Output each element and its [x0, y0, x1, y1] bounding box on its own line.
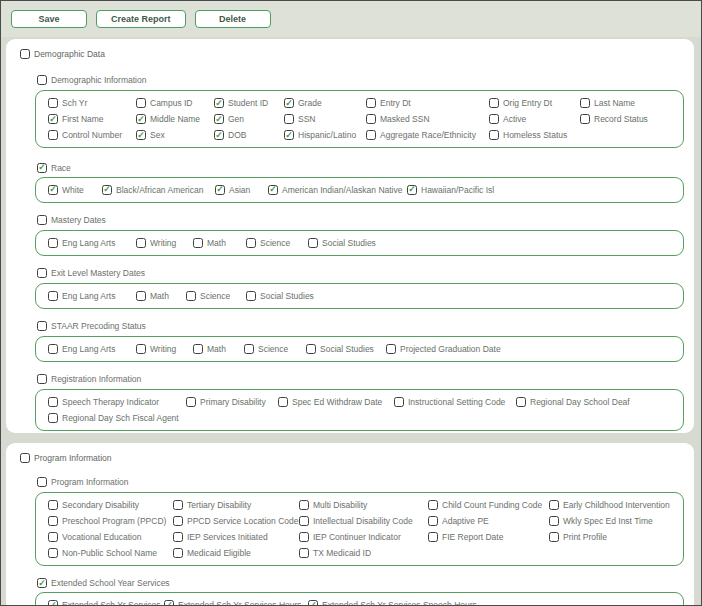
checkbox-masked-ssn[interactable] — [366, 114, 376, 124]
checkbox-science[interactable] — [186, 291, 196, 301]
checkbox-eng-lang-arts[interactable] — [48, 238, 58, 248]
checkbox-label-speech-therapy-indicator: Speech Therapy Indicator — [62, 397, 159, 407]
checkbox-label-black-african-american: Black/African American — [116, 185, 203, 195]
checkbox-non-public-school-name[interactable] — [48, 548, 58, 558]
checkbox-label-iep-services-initiated: IEP Services Initiated — [187, 532, 268, 542]
checkbox-dob[interactable]: ✓ — [214, 130, 224, 140]
checkbox-last-name[interactable] — [580, 98, 590, 108]
checkbox-eng-lang-arts[interactable] — [48, 344, 58, 354]
checkbox-item-race: ✓Race — [37, 160, 71, 176]
checkbox-campus-id[interactable] — [136, 98, 146, 108]
group-race: ✓Race✓White✓Black/African American✓Asian… — [20, 156, 686, 203]
fieldset-demographic-information: Sch YrCampus ID✓Student ID✓GradeEntry Dt… — [35, 90, 684, 148]
checkbox-multi-disability[interactable] — [299, 500, 309, 510]
checkbox-item-instructional-setting-code: Instructional Setting Code — [394, 394, 516, 410]
checkbox-writing[interactable] — [136, 238, 146, 248]
checkbox-orig-entry-dt[interactable] — [489, 98, 499, 108]
checkbox-control-number[interactable] — [48, 130, 58, 140]
checkbox-print-profile[interactable] — [549, 532, 559, 542]
checkbox-vocational-education[interactable] — [48, 532, 58, 542]
checkbox-math[interactable] — [193, 238, 203, 248]
checkbox-ssn[interactable] — [284, 114, 294, 124]
checkbox-speech-therapy-indicator[interactable] — [48, 397, 58, 407]
checkbox-item-entry-dt: Entry Dt — [366, 95, 489, 111]
checkbox-tx-medicaid-id[interactable] — [299, 548, 309, 558]
checkbox-regional-day-school-deaf[interactable] — [516, 397, 526, 407]
checkbox-math[interactable] — [136, 291, 146, 301]
checkbox-projected-graduation-date[interactable] — [386, 344, 396, 354]
checkbox-preschool-program-ppcd[interactable] — [48, 516, 58, 526]
checkbox-item-aggregate-race-ethnicity: Aggregate Race/Ethnicity — [366, 127, 489, 143]
checkbox-first-name[interactable]: ✓ — [48, 114, 58, 124]
checkbox-record-status[interactable] — [580, 114, 590, 124]
checkbox-social-studies[interactable] — [246, 291, 256, 301]
checkbox-wkly-spec-ed-inst-time[interactable] — [549, 516, 559, 526]
checkbox-science[interactable] — [246, 238, 256, 248]
checkbox-extended-school-year-services[interactable]: ✓ — [37, 578, 47, 588]
checkbox-regional-day-sch-fiscal-agent[interactable] — [48, 413, 58, 423]
checkbox-item-homeless-status: Homeless Status — [489, 127, 567, 143]
checkbox-aggregate-race-ethnicity[interactable] — [366, 130, 376, 140]
checkbox-asian[interactable]: ✓ — [215, 185, 225, 195]
checkbox-gen[interactable]: ✓ — [214, 114, 224, 124]
checkbox-extended-sch-yr-services-speech-hours[interactable]: ✓ — [308, 600, 318, 606]
checkbox-hispanic-latino[interactable]: ✓ — [284, 130, 294, 140]
checkbox-extended-sch-yr-services-hours[interactable]: ✓ — [164, 600, 174, 606]
checkbox-label-social-studies: Social Studies — [260, 291, 314, 301]
checkbox-label-eng-lang-arts: Eng Lang Arts — [62, 344, 115, 354]
delete-button[interactable]: Delete — [195, 10, 271, 28]
checkbox-item-adaptive-pe: Adaptive PE — [428, 513, 549, 529]
checkbox-hawaiian-pacific-isl[interactable]: ✓ — [407, 185, 417, 195]
checkbox-active[interactable] — [489, 114, 499, 124]
checkbox-american-indian-alaskan-native[interactable]: ✓ — [268, 185, 278, 195]
checkbox-primary-disability[interactable] — [186, 397, 196, 407]
checkbox-early-childhood-intervention[interactable] — [549, 500, 559, 510]
checkbox-adaptive-pe[interactable] — [428, 516, 438, 526]
checkbox-tertiary-disability[interactable] — [173, 500, 183, 510]
checkbox-student-id[interactable]: ✓ — [214, 98, 224, 108]
checkbox-math[interactable] — [193, 344, 203, 354]
checkbox-mastery-dates[interactable] — [37, 215, 47, 225]
checkbox-black-african-american[interactable]: ✓ — [102, 185, 112, 195]
checkbox-item-white: ✓White — [48, 182, 102, 198]
checkbox-fie-report-date[interactable] — [428, 532, 438, 542]
checkbox-eng-lang-arts[interactable] — [48, 291, 58, 301]
checkbox-science[interactable] — [244, 344, 254, 354]
checkbox-writing[interactable] — [136, 344, 146, 354]
checkbox-white[interactable]: ✓ — [48, 185, 58, 195]
checkbox-ppcd-service-location-code[interactable] — [173, 516, 183, 526]
checkbox-social-studies[interactable] — [308, 238, 318, 248]
checkbox-program-information[interactable] — [37, 477, 47, 487]
checkbox-staar-precoding-status[interactable] — [37, 321, 47, 331]
checkbox-sch-yr[interactable] — [48, 98, 58, 108]
checkbox-demographic-information[interactable] — [37, 75, 47, 85]
save-button[interactable]: Save — [11, 10, 87, 28]
create-report-button[interactable]: Create Report — [96, 10, 186, 28]
checkbox-item-vocational-education: Vocational Education — [48, 529, 173, 545]
checkbox-registration-information[interactable] — [37, 374, 47, 384]
checkbox-item-sch-yr: Sch Yr — [48, 95, 136, 111]
checkbox-middle-name[interactable]: ✓ — [136, 114, 146, 124]
checkbox-item-record-status: Record Status — [580, 111, 648, 127]
checkbox-secondary-disability[interactable] — [48, 500, 58, 510]
checkbox-extended-sch-yr-services[interactable]: ✓ — [48, 600, 58, 606]
checkbox-intellectual-disability-code[interactable] — [299, 516, 309, 526]
checkbox-label-spec-ed-withdraw-date: Spec Ed Withdraw Date — [292, 397, 382, 407]
checkbox-row: Regional Day Sch Fiscal Agent — [48, 410, 671, 426]
checkbox-grade[interactable]: ✓ — [284, 98, 294, 108]
checkbox-race[interactable]: ✓ — [37, 163, 47, 173]
checkbox-instructional-setting-code[interactable] — [394, 397, 404, 407]
checkbox-spec-ed-withdraw-date[interactable] — [278, 397, 288, 407]
checkbox-program-information[interactable] — [20, 453, 30, 463]
checkbox-social-studies[interactable] — [306, 344, 316, 354]
checkbox-demographic-data[interactable] — [20, 49, 30, 59]
checkbox-label-extended-school-year-services: Extended School Year Services — [51, 578, 170, 588]
checkbox-sex[interactable]: ✓ — [136, 130, 146, 140]
checkbox-exit-level-mastery-dates[interactable] — [37, 268, 47, 278]
checkbox-iep-services-initiated[interactable] — [173, 532, 183, 542]
checkbox-homeless-status[interactable] — [489, 130, 499, 140]
checkbox-medicaid-eligible[interactable] — [173, 548, 183, 558]
checkbox-iep-continuer-indicator[interactable] — [299, 532, 309, 542]
checkbox-child-count-funding-code[interactable] — [428, 500, 438, 510]
checkbox-entry-dt[interactable] — [366, 98, 376, 108]
